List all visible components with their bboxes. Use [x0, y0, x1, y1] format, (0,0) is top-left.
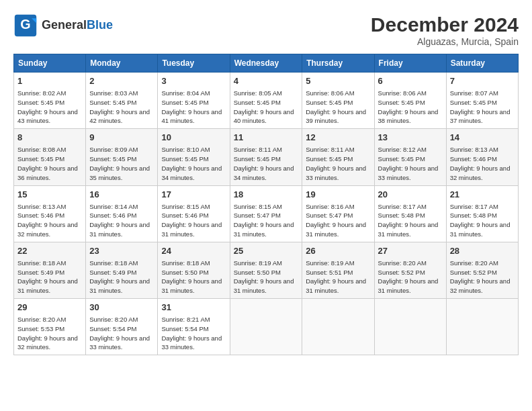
- weekday-row: SundayMondayTuesdayWednesdayThursdayFrid…: [14, 54, 519, 73]
- calendar-cell: 13Sunrise: 8:12 AMSunset: 5:45 PMDayligh…: [374, 129, 446, 185]
- day-number: 17: [161, 189, 226, 201]
- calendar-week-row: 15Sunrise: 8:13 AMSunset: 5:46 PMDayligh…: [14, 185, 519, 242]
- day-info: Sunrise: 8:04 AMSunset: 5:45 PMDaylight:…: [161, 89, 226, 126]
- day-number: 23: [89, 245, 154, 257]
- calendar-cell: 6Sunrise: 8:06 AMSunset: 5:45 PMDaylight…: [374, 73, 446, 129]
- day-info: Sunrise: 8:09 AMSunset: 5:45 PMDaylight:…: [89, 145, 154, 182]
- calendar-cell: 30Sunrise: 8:20 AMSunset: 5:54 PMDayligh…: [86, 299, 158, 355]
- calendar-cell: [230, 299, 302, 355]
- day-number: 5: [306, 75, 370, 87]
- calendar-cell: 5Sunrise: 8:06 AMSunset: 5:45 PMDaylight…: [302, 73, 374, 129]
- day-info: Sunrise: 8:13 AMSunset: 5:46 PMDaylight:…: [17, 202, 82, 239]
- calendar-cell: [302, 299, 374, 355]
- calendar-cell: 10Sunrise: 8:10 AMSunset: 5:45 PMDayligh…: [158, 129, 230, 185]
- day-info: Sunrise: 8:14 AMSunset: 5:46 PMDaylight:…: [89, 202, 154, 239]
- day-number: 8: [17, 132, 82, 144]
- day-number: 2: [89, 75, 154, 87]
- calendar-cell: [374, 299, 446, 355]
- day-number: 13: [378, 132, 443, 144]
- day-info: Sunrise: 8:15 AMSunset: 5:47 PMDaylight:…: [234, 202, 299, 239]
- day-number: 22: [17, 245, 82, 257]
- calendar-cell: 2Sunrise: 8:03 AMSunset: 5:45 PMDaylight…: [86, 73, 158, 129]
- calendar-cell: 25Sunrise: 8:19 AMSunset: 5:50 PMDayligh…: [230, 242, 302, 298]
- day-info: Sunrise: 8:18 AMSunset: 5:49 PMDaylight:…: [17, 259, 82, 295]
- day-number: 27: [378, 245, 443, 257]
- calendar-cell: 24Sunrise: 8:18 AMSunset: 5:50 PMDayligh…: [158, 242, 230, 298]
- logo-line1: GeneralBlue: [42, 19, 113, 32]
- weekday-header: Thursday: [302, 54, 374, 73]
- day-number: 3: [161, 75, 226, 87]
- calendar-cell: 21Sunrise: 8:17 AMSunset: 5:48 PMDayligh…: [446, 185, 518, 242]
- day-number: 21: [450, 189, 515, 201]
- day-number: 20: [378, 189, 443, 201]
- calendar-cell: 22Sunrise: 8:18 AMSunset: 5:49 PMDayligh…: [14, 242, 86, 298]
- day-info: Sunrise: 8:19 AMSunset: 5:50 PMDaylight:…: [234, 259, 299, 295]
- calendar-cell: 8Sunrise: 8:08 AMSunset: 5:45 PMDaylight…: [14, 129, 86, 185]
- logo-icon: G: [13, 13, 38, 38]
- calendar-body: 1Sunrise: 8:02 AMSunset: 5:45 PMDaylight…: [14, 73, 519, 355]
- logo: G GeneralBlue: [13, 13, 113, 38]
- day-number: 1: [17, 75, 82, 87]
- day-info: Sunrise: 8:20 AMSunset: 5:54 PMDaylight:…: [89, 315, 154, 352]
- day-info: Sunrise: 8:16 AMSunset: 5:47 PMDaylight:…: [306, 202, 370, 239]
- day-info: Sunrise: 8:18 AMSunset: 5:49 PMDaylight:…: [89, 259, 154, 295]
- calendar-table: SundayMondayTuesdayWednesdayThursdayFrid…: [13, 54, 519, 355]
- day-info: Sunrise: 8:03 AMSunset: 5:45 PMDaylight:…: [89, 89, 154, 126]
- day-info: Sunrise: 8:10 AMSunset: 5:45 PMDaylight:…: [161, 145, 226, 182]
- day-number: 24: [161, 245, 226, 257]
- weekday-header: Saturday: [446, 54, 518, 73]
- calendar-week-row: 29Sunrise: 8:20 AMSunset: 5:53 PMDayligh…: [14, 299, 519, 355]
- weekday-header: Friday: [374, 54, 446, 73]
- day-info: Sunrise: 8:07 AMSunset: 5:45 PMDaylight:…: [450, 89, 515, 126]
- calendar-cell: 17Sunrise: 8:15 AMSunset: 5:46 PMDayligh…: [158, 185, 230, 242]
- weekday-header: Wednesday: [230, 54, 302, 73]
- calendar-week-row: 8Sunrise: 8:08 AMSunset: 5:45 PMDaylight…: [14, 129, 519, 185]
- calendar-cell: 20Sunrise: 8:17 AMSunset: 5:48 PMDayligh…: [374, 185, 446, 242]
- svg-text:G: G: [20, 17, 30, 32]
- day-number: 26: [306, 245, 370, 257]
- day-number: 18: [234, 189, 299, 201]
- calendar-cell: 7Sunrise: 8:07 AMSunset: 5:45 PMDaylight…: [446, 73, 518, 129]
- calendar-week-row: 1Sunrise: 8:02 AMSunset: 5:45 PMDaylight…: [14, 73, 519, 129]
- calendar-cell: 29Sunrise: 8:20 AMSunset: 5:53 PMDayligh…: [14, 299, 86, 355]
- day-number: 16: [89, 189, 154, 201]
- day-info: Sunrise: 8:11 AMSunset: 5:45 PMDaylight:…: [234, 145, 299, 182]
- day-info: Sunrise: 8:12 AMSunset: 5:45 PMDaylight:…: [378, 145, 443, 182]
- day-info: Sunrise: 8:20 AMSunset: 5:53 PMDaylight:…: [17, 315, 82, 352]
- calendar-cell: 1Sunrise: 8:02 AMSunset: 5:45 PMDaylight…: [14, 73, 86, 129]
- day-number: 9: [89, 132, 154, 144]
- calendar-cell: 27Sunrise: 8:20 AMSunset: 5:52 PMDayligh…: [374, 242, 446, 298]
- day-number: 4: [234, 75, 299, 87]
- calendar-week-row: 22Sunrise: 8:18 AMSunset: 5:49 PMDayligh…: [14, 242, 519, 298]
- calendar-cell: 12Sunrise: 8:11 AMSunset: 5:45 PMDayligh…: [302, 129, 374, 185]
- calendar-cell: 16Sunrise: 8:14 AMSunset: 5:46 PMDayligh…: [86, 185, 158, 242]
- calendar-cell: 14Sunrise: 8:13 AMSunset: 5:46 PMDayligh…: [446, 129, 518, 185]
- day-number: 28: [450, 245, 515, 257]
- calendar-cell: 31Sunrise: 8:21 AMSunset: 5:54 PMDayligh…: [158, 299, 230, 355]
- location: Alguazas, Murcia, Spain: [371, 36, 519, 47]
- calendar-cell: 15Sunrise: 8:13 AMSunset: 5:46 PMDayligh…: [14, 185, 86, 242]
- calendar-cell: 28Sunrise: 8:20 AMSunset: 5:52 PMDayligh…: [446, 242, 518, 298]
- day-number: 11: [234, 132, 299, 144]
- day-number: 12: [306, 132, 370, 144]
- page-header: G GeneralBlue December 2024 Alguazas, Mu…: [13, 13, 519, 47]
- day-info: Sunrise: 8:15 AMSunset: 5:46 PMDaylight:…: [161, 202, 226, 239]
- day-number: 29: [17, 302, 82, 314]
- weekday-header: Tuesday: [158, 54, 230, 73]
- weekday-header: Sunday: [14, 54, 86, 73]
- day-info: Sunrise: 8:06 AMSunset: 5:45 PMDaylight:…: [306, 89, 370, 126]
- day-info: Sunrise: 8:11 AMSunset: 5:45 PMDaylight:…: [306, 145, 370, 182]
- day-info: Sunrise: 8:17 AMSunset: 5:48 PMDaylight:…: [450, 202, 515, 239]
- day-number: 25: [234, 245, 299, 257]
- day-number: 30: [89, 302, 154, 314]
- day-info: Sunrise: 8:13 AMSunset: 5:46 PMDaylight:…: [450, 145, 515, 182]
- day-number: 19: [306, 189, 370, 201]
- calendar-cell: [446, 299, 518, 355]
- day-info: Sunrise: 8:06 AMSunset: 5:45 PMDaylight:…: [378, 89, 443, 126]
- day-number: 15: [17, 189, 82, 201]
- calendar-cell: 3Sunrise: 8:04 AMSunset: 5:45 PMDaylight…: [158, 73, 230, 129]
- calendar-header: SundayMondayTuesdayWednesdayThursdayFrid…: [14, 54, 519, 73]
- day-info: Sunrise: 8:20 AMSunset: 5:52 PMDaylight:…: [378, 259, 443, 295]
- day-info: Sunrise: 8:08 AMSunset: 5:45 PMDaylight:…: [17, 145, 82, 182]
- day-info: Sunrise: 8:21 AMSunset: 5:54 PMDaylight:…: [161, 315, 226, 352]
